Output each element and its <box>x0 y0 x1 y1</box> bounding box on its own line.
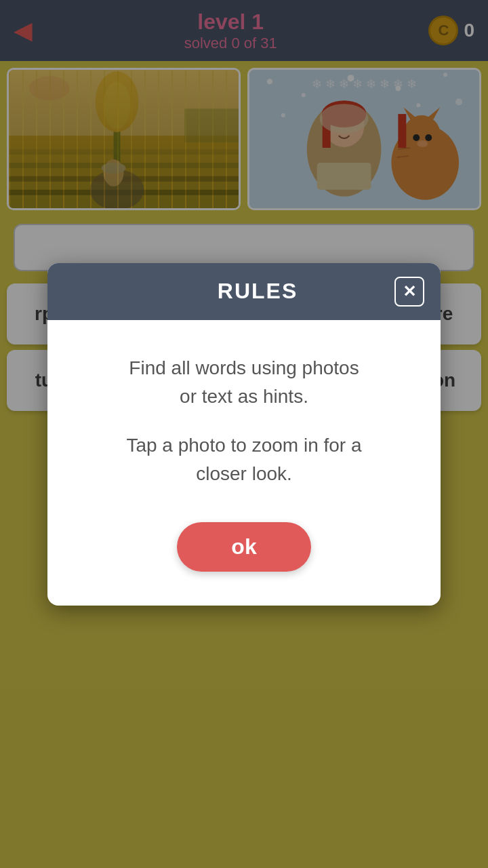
rules-modal: RULES ✕ Find all words using photos or t… <box>47 263 441 606</box>
modal-header: RULES ✕ <box>47 263 441 320</box>
modal-close-button[interactable]: ✕ <box>394 277 424 307</box>
modal-ok-button[interactable]: ok <box>177 522 310 572</box>
modal-text-2: Tap a photo to zoom in for a closer look… <box>75 431 413 488</box>
modal-text-1: Find all words using photos or text as h… <box>75 354 413 411</box>
modal-body: Find all words using photos or text as h… <box>47 320 441 606</box>
modal-title: RULES <box>121 279 394 304</box>
modal-overlay: RULES ✕ Find all words using photos or t… <box>0 0 488 868</box>
